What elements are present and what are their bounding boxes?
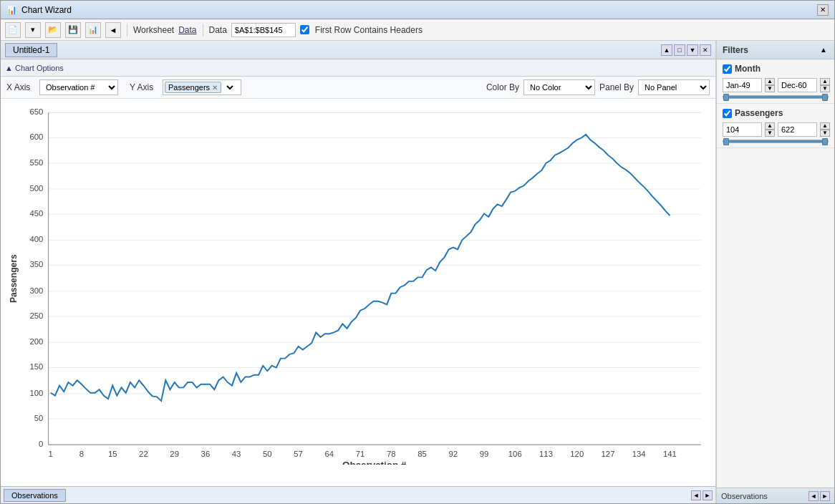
month-checkbox[interactable] [723, 64, 732, 74]
svg-text:0: 0 [39, 440, 43, 447]
svg-rect-0 [49, 112, 701, 445]
passengers-filter-header: Passengers [723, 108, 829, 118]
bottom-left-btn[interactable]: ◄ [691, 490, 701, 500]
chart-container: 0 50 100 150 200 250 300 350 400 450 500… [1, 99, 715, 486]
svg-text:1: 1 [49, 450, 53, 457]
filters-header: Filters ▲ [717, 41, 834, 59]
open-btn[interactable]: 📂 [45, 22, 61, 38]
data-range-label: Data [209, 25, 227, 35]
observations-footer-label: Observations [721, 492, 768, 500]
x-axis-row: X Axis Observation # [6, 79, 118, 95]
passengers-max-up[interactable]: ▲ [820, 122, 830, 130]
svg-text:600: 600 [30, 133, 44, 141]
y-tag-close[interactable]: ✕ [212, 84, 218, 92]
month-max-input[interactable] [778, 78, 817, 92]
footer-collapse-btn[interactable]: ► [820, 491, 830, 501]
tab-close-btn[interactable]: ✕ [700, 44, 711, 56]
panel-by-select[interactable]: No Panel [638, 79, 710, 95]
axis-controls: X Axis Observation # Y Axis Passengers ✕ [1, 77, 715, 99]
close-button[interactable]: ✕ [817, 4, 829, 16]
tab-restore-btn[interactable]: □ [674, 44, 685, 56]
month-max-down[interactable]: ▼ [820, 85, 830, 92]
svg-text:Passengers: Passengers [8, 254, 19, 303]
worksheet-label: Worksheet [133, 25, 174, 35]
data-range-input[interactable] [231, 23, 296, 37]
first-row-checkbox[interactable] [300, 25, 309, 34]
color-panel-controls: Color By No Color Panel By No Panel [486, 79, 710, 95]
passengers-checkbox[interactable] [723, 109, 732, 118]
title-bar-left: 📊 Chart Wizard [6, 5, 72, 15]
chart-icon: 📊 [6, 5, 17, 15]
svg-text:550: 550 [30, 158, 44, 166]
month-slider-max-handle[interactable] [822, 94, 828, 101]
x-axis-label: X Axis [6, 82, 35, 92]
passengers-min-down[interactable]: ▼ [765, 130, 775, 137]
month-min-up[interactable]: ▲ [765, 78, 775, 85]
filters-footer: Observations ◄ ► [717, 488, 834, 503]
svg-text:50: 50 [263, 450, 272, 457]
passengers-max-input[interactable] [778, 122, 817, 137]
svg-text:8: 8 [79, 450, 84, 457]
data-label[interactable]: Data [178, 25, 196, 35]
chart-tab-controls: ▲ □ ▼ ✕ [661, 44, 711, 56]
save-btn[interactable]: 💾 [65, 22, 81, 38]
chart-svg: 0 50 100 150 200 250 300 350 400 450 500… [8, 106, 708, 465]
month-max-stepper: ▲ ▼ [820, 78, 830, 92]
observations-tab[interactable]: Observations [4, 489, 66, 502]
separator-1 [127, 24, 127, 37]
filters-footer-btns: ◄ ► [809, 491, 830, 501]
svg-text:650: 650 [30, 108, 44, 116]
y-axis-row: Y Axis Passengers ✕ [130, 79, 241, 95]
svg-text:450: 450 [30, 210, 44, 218]
x-axis-select[interactable]: Observation # [39, 79, 118, 95]
passengers-max-down[interactable]: ▼ [820, 130, 830, 137]
svg-text:85: 85 [418, 450, 427, 457]
chart-btn[interactable]: 📊 [85, 22, 101, 38]
month-min-input[interactable] [723, 78, 762, 92]
window-title: Chart Wizard [21, 5, 72, 15]
dropdown-btn[interactable]: ▾ [25, 22, 41, 38]
filters-bottom-space [717, 148, 834, 488]
svg-text:127: 127 [602, 450, 615, 457]
back-btn[interactable]: ◄ [105, 22, 121, 38]
filters-collapse-btn[interactable]: ▲ [819, 45, 829, 55]
first-row-label: First Row Contains Headers [315, 25, 423, 35]
svg-text:57: 57 [294, 450, 303, 457]
passengers-slider-max-handle[interactable] [822, 138, 828, 145]
svg-text:71: 71 [356, 450, 365, 457]
month-min-down[interactable]: ▼ [765, 85, 775, 92]
y-axis-add-select[interactable] [221, 80, 236, 94]
month-slider-track [723, 95, 829, 99]
tab-up-btn[interactable]: ▲ [661, 44, 672, 56]
svg-text:36: 36 [201, 450, 211, 457]
passengers-min-stepper: ▲ ▼ [765, 122, 775, 137]
chart-tab[interactable]: Untitled-1 [5, 43, 57, 57]
new-btn[interactable]: 📄 [5, 22, 21, 38]
main-content: Untitled-1 ▲ □ ▼ ✕ ▲ Chart Options X Axi… [1, 41, 834, 503]
bottom-right-btn[interactable]: ► [703, 490, 713, 500]
month-filter-range: ▲ ▼ ▲ ▼ [723, 78, 829, 92]
passengers-max-stepper: ▲ ▼ [820, 122, 830, 137]
svg-text:29: 29 [170, 450, 179, 457]
month-slider-min-handle[interactable] [723, 94, 729, 101]
passengers-slider-min-handle[interactable] [723, 138, 729, 145]
svg-text:106: 106 [508, 450, 522, 457]
passengers-min-up[interactable]: ▲ [765, 122, 775, 130]
month-filter-label: Month [735, 64, 761, 74]
footer-expand-btn[interactable]: ◄ [809, 491, 819, 501]
filters-title: Filters [723, 45, 748, 55]
y-axis-label-ctrl: Y Axis [130, 82, 158, 92]
passengers-filter-label: Passengers [735, 108, 783, 118]
panel-by-label: Panel By [599, 82, 634, 92]
svg-text:50: 50 [34, 414, 44, 422]
svg-text:500: 500 [30, 184, 44, 192]
svg-text:250: 250 [30, 311, 44, 319]
svg-text:64: 64 [325, 450, 334, 457]
color-by-select[interactable]: No Color [523, 79, 595, 95]
month-max-up[interactable]: ▲ [820, 78, 830, 85]
passengers-min-input[interactable] [723, 122, 762, 137]
tab-collapse-btn[interactable]: ▼ [687, 44, 698, 56]
svg-text:Observation #: Observation # [342, 460, 406, 465]
chart-options-toggle[interactable]: ▲ Chart Options [5, 64, 64, 72]
svg-text:200: 200 [30, 338, 44, 346]
